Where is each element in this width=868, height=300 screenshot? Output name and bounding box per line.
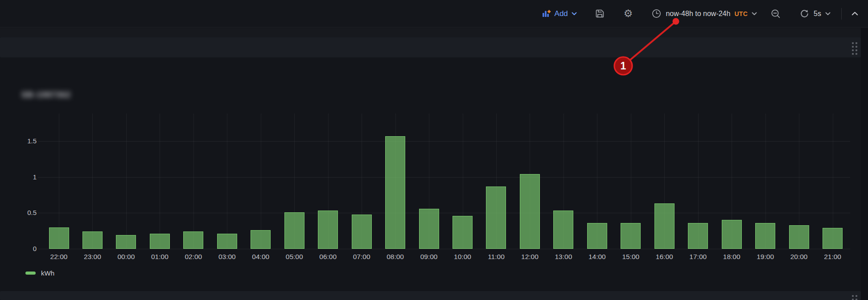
zoom-out-time-button[interactable]	[770, 8, 781, 19]
dashboard-canvas-gap	[0, 28, 861, 37]
x-tick-label: 00:00	[111, 252, 141, 261]
x-tick-label: 23:00	[77, 252, 107, 261]
x-tick-label: 20:00	[784, 252, 814, 261]
bar-03:00[interactable]	[217, 234, 237, 249]
drag-handle-icon[interactable]	[852, 42, 857, 55]
refresh-interval-label[interactable]: 5s	[814, 10, 821, 18]
bar-18:00[interactable]	[722, 220, 742, 249]
x-tick-label: 19:00	[750, 252, 781, 261]
x-tick-label: 09:00	[414, 252, 444, 261]
x-tick-label: 17:00	[683, 252, 713, 261]
dashboard-toolbar: Add ⚙ now-48h	[0, 0, 868, 28]
x-tick-label: 18:00	[716, 252, 747, 261]
series-color-swatch	[25, 272, 36, 275]
bar-14:00[interactable]	[587, 223, 607, 249]
gridline-v	[92, 114, 93, 249]
panel-title-redacted: SB-1987362	[21, 90, 71, 100]
time-range-label: now-48h to now-24h	[666, 10, 730, 18]
save-dashboard-button[interactable]	[595, 8, 605, 19]
bar-19:00[interactable]	[755, 223, 775, 249]
bar-20:00[interactable]	[789, 225, 809, 249]
x-tick-label: 07:00	[346, 252, 377, 261]
x-tick-label: 06:00	[313, 252, 343, 261]
bar-02:00[interactable]	[183, 231, 203, 249]
x-tick-label: 16:00	[649, 252, 679, 261]
bar-chart-plus-icon	[542, 9, 551, 18]
grafana-dashboard: Add ⚙ now-48h	[0, 0, 868, 300]
x-tick-label: 04:00	[246, 252, 276, 261]
y-tick-label: 1.5	[12, 137, 37, 146]
x-tick-label: 15:00	[616, 252, 646, 261]
y-tick-label: 1	[12, 173, 37, 182]
bar-23:00[interactable]	[82, 231, 103, 249]
chevron-down-icon	[752, 12, 757, 16]
save-icon	[595, 8, 605, 19]
x-tick-label: 02:00	[178, 252, 209, 261]
x-tick-label: 22:00	[44, 252, 74, 261]
toolbar-divider	[841, 8, 842, 20]
dashboard-settings-button[interactable]: ⚙	[624, 8, 633, 19]
x-tick-label: 13:00	[548, 252, 579, 261]
time-range-picker[interactable]: now-48h to now-24h UTC	[651, 8, 757, 19]
bar-04:00[interactable]	[251, 230, 271, 249]
add-panel-button[interactable]: Add	[542, 9, 577, 18]
bar-10:00[interactable]	[453, 216, 473, 249]
x-tick-label: 14:00	[582, 252, 612, 261]
chevron-up-icon	[852, 12, 858, 16]
energy-chart-panel: SB-1987362 00.511.5 22:0023:0000:0001:00…	[0, 57, 861, 291]
bar-16:00[interactable]	[654, 203, 675, 249]
x-tick-label: 01:00	[144, 252, 175, 261]
legend-label: kWh	[41, 269, 54, 277]
x-tick-label: 11:00	[481, 252, 511, 261]
collapse-toolbar-button[interactable]	[852, 12, 858, 16]
gridline-h	[38, 249, 850, 249]
gridline-v	[160, 114, 160, 249]
panel-strip-top[interactable]	[0, 37, 861, 57]
y-tick-label: 0.5	[12, 208, 37, 217]
x-tick-label: 12:00	[514, 252, 545, 261]
x-tick-label: 10:00	[448, 252, 478, 261]
panel-strip-bottom[interactable]	[0, 291, 861, 300]
clock-icon	[651, 8, 662, 19]
bar-00:00[interactable]	[116, 235, 136, 249]
bar-22:00[interactable]	[49, 227, 69, 249]
timezone-label: UTC	[734, 10, 748, 17]
gear-icon: ⚙	[624, 8, 633, 19]
plot-area	[42, 114, 850, 249]
zoom-out-icon	[770, 8, 781, 19]
bar-11:00[interactable]	[486, 186, 506, 249]
bar-09:00[interactable]	[419, 209, 439, 249]
drag-handle-icon[interactable]	[852, 295, 857, 300]
x-tick-label: 03:00	[212, 252, 242, 261]
chevron-down-icon[interactable]	[825, 12, 831, 16]
x-tick-label: 08:00	[380, 252, 411, 261]
chevron-down-icon	[572, 12, 577, 16]
add-button-label: Add	[555, 9, 568, 18]
gridline-v	[261, 114, 261, 249]
bar-13:00[interactable]	[553, 211, 573, 249]
bar-06:00[interactable]	[318, 211, 338, 249]
gridline-v	[227, 114, 227, 249]
bar-05:00[interactable]	[284, 212, 304, 249]
x-tick-label: 21:00	[818, 252, 848, 261]
bar-17:00[interactable]	[688, 223, 708, 249]
refresh-icon[interactable]	[799, 8, 810, 19]
bar-21:00[interactable]	[823, 228, 843, 249]
y-tick-label: 0	[12, 244, 37, 253]
bar-07:00[interactable]	[352, 215, 372, 249]
bar-01:00[interactable]	[150, 234, 170, 249]
gridline-v	[126, 114, 127, 249]
bar-15:00[interactable]	[621, 223, 641, 249]
legend-item-kwh[interactable]: kWh	[25, 269, 54, 277]
bar-12:00[interactable]	[520, 174, 540, 249]
bar-08:00[interactable]	[385, 136, 405, 249]
x-tick-label: 05:00	[279, 252, 309, 261]
gridline-v	[193, 114, 194, 249]
refresh-picker: 5s	[799, 8, 831, 19]
